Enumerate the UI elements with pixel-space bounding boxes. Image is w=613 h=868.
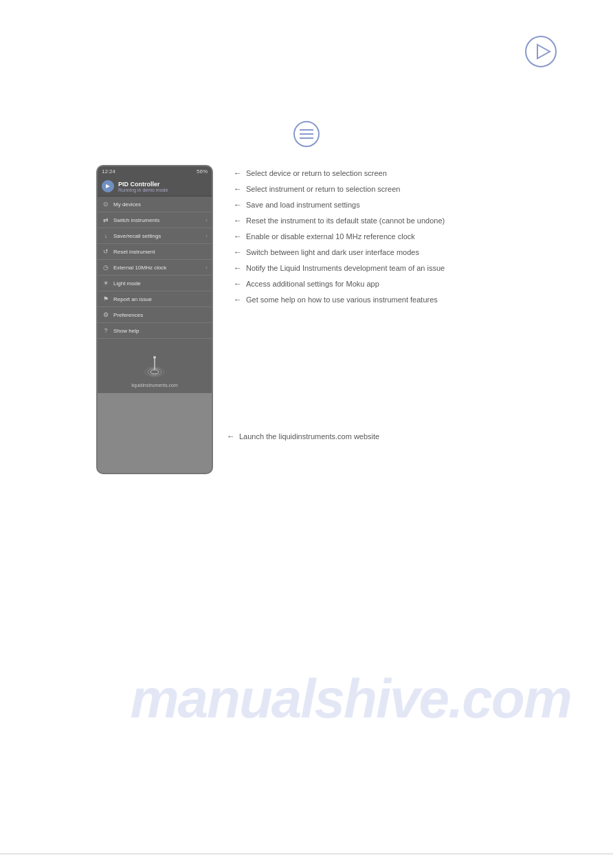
annotations-list: ← Select device or return to selection s… (234, 165, 445, 307)
svg-point-7 (151, 370, 159, 374)
menu-item-label-2: Save/recall settings (113, 233, 161, 239)
switch-icon: ⇄ (102, 216, 110, 224)
arrow-icon-1: ← (234, 184, 242, 194)
phone-menu-list: ⊙ My devices ⇄ Switch instruments › ↓ Sa… (98, 197, 212, 339)
phone-menu-item-light-icon[interactable]: ☀ Light mode (98, 276, 212, 291)
annotation-row-7: ← Access additional settings for Moku ap… (234, 276, 445, 291)
phone-menu-item-reset-icon[interactable]: ↺ Reset instrument (98, 244, 212, 260)
annotation-text-0: Select device or return to selection scr… (246, 169, 387, 177)
annotation-text-6: Notify the Liquid Instruments developmen… (246, 264, 445, 272)
annotation-row-8: ← Get some help on how to use various in… (234, 291, 445, 307)
arrow-icon-2: ← (234, 200, 242, 210)
menu-item-left-3: ↺ Reset instrument (102, 247, 155, 256)
arrow-icon-0: ← (234, 168, 242, 178)
arrow-icon-4: ← (234, 232, 242, 241)
phone-footer: liquidinstruments.com (98, 339, 212, 393)
menu-item-chevron-4: › (205, 265, 208, 271)
menu-item-left-1: ⇄ Switch instruments (102, 216, 159, 224)
menu-item-left-7: ⚙ Preferences (102, 311, 143, 319)
clock-icon: ◷ (102, 263, 110, 271)
liquidinstruments-logo (141, 353, 168, 380)
menu-item-chevron-2: › (205, 233, 208, 239)
annotation-text-8: Get some help on how to use various inst… (246, 296, 438, 304)
menu-item-left-5: ☀ Light mode (102, 279, 141, 287)
person-icon: ⊙ (102, 200, 110, 208)
arrow-icon-3: ← (234, 216, 242, 225)
light-icon: ☀ (102, 279, 110, 287)
phone-menu-item-help-icon[interactable]: ? Show help (98, 323, 212, 339)
pid-app-icon (102, 180, 114, 192)
menu-item-left-6: ⚑ Report an issue (102, 295, 152, 303)
menu-item-label-4: External 10MHz clock (113, 265, 166, 271)
arrow-icon-5: ← (234, 247, 242, 257)
menu-item-left-0: ⊙ My devices (102, 200, 141, 208)
svg-marker-1 (537, 45, 550, 58)
phone-status-bar: 12:24 56% (98, 166, 212, 177)
phone-app-title: PID Controller (118, 181, 168, 188)
annotation-text-4: Enable or disable external 10 MHz refere… (246, 232, 415, 241)
menu-item-left-8: ? Show help (102, 326, 139, 335)
annotation-row-3: ← Reset the instrument to its default st… (234, 212, 445, 228)
watermark: manualshive.com (130, 667, 570, 731)
reset-icon: ↺ (102, 247, 110, 256)
svg-point-0 (526, 36, 556, 67)
annotation-text-5: Switch between light and dark user inter… (246, 248, 419, 256)
svg-marker-6 (106, 184, 110, 188)
phone-app-subtitle: Running in demo mode (118, 188, 168, 192)
hamburger-menu-icon (293, 120, 320, 148)
phone-menu-item-switch-icon[interactable]: ⇄ Switch instruments › (98, 212, 212, 228)
footer-annotation-text: Launch the liquidinstruments.com website (239, 432, 379, 441)
menu-item-left-2: ↓ Save/recall settings (102, 232, 161, 240)
main-content: 12:24 56% PID Controller Running in demo… (96, 165, 445, 474)
play-button-icon[interactable] (524, 34, 558, 69)
annotation-text-1: Select instrument or return to selection… (246, 185, 400, 193)
annotation-row-4: ← Enable or disable external 10 MHz refe… (234, 228, 445, 244)
help-icon: ? (102, 326, 110, 335)
annotation-row-0: ← Select device or return to selection s… (234, 165, 445, 181)
bottom-divider (0, 854, 613, 854)
annotation-text-2: Save and load instrument settings (246, 201, 360, 209)
annotation-text-7: Access additional settings for Moku app (246, 280, 379, 288)
phone-menu-item-save-icon[interactable]: ↓ Save/recall settings › (98, 228, 212, 244)
menu-item-label-5: Light mode (113, 280, 141, 287)
svg-point-11 (153, 356, 156, 359)
phone-footer-url: liquidinstruments.com (131, 383, 178, 388)
menu-item-label-3: Reset instrument (113, 249, 155, 255)
arrow-icon-6: ← (234, 263, 242, 273)
flag-icon: ⚑ (102, 295, 110, 303)
menu-item-label-6: Report an issue (113, 296, 152, 302)
annotation-row-5: ← Switch between light and dark user int… (234, 244, 445, 260)
menu-item-label-0: My devices (113, 201, 141, 208)
save-icon: ↓ (102, 232, 110, 240)
menu-item-chevron-1: › (205, 217, 208, 223)
menu-item-label-1: Switch instruments (113, 217, 159, 223)
phone-header-text: PID Controller Running in demo mode (118, 181, 168, 192)
annotation-row-2: ← Save and load instrument settings (234, 197, 445, 212)
phone-menu-item-person-icon[interactable]: ⊙ My devices (98, 197, 212, 212)
annotation-row-1: ← Select instrument or return to selecti… (234, 181, 445, 197)
gear-icon: ⚙ (102, 311, 110, 319)
phone-battery: 56% (197, 168, 208, 175)
phone-header: PID Controller Running in demo mode (98, 177, 212, 197)
phone-menu-item-clock-icon[interactable]: ◷ External 10MHz clock › (98, 260, 212, 276)
annotation-text-3: Reset the instrument to its default stat… (246, 216, 445, 225)
phone-menu-item-gear-icon[interactable]: ⚙ Preferences (98, 307, 212, 323)
phone-menu-item-flag-icon[interactable]: ⚑ Report an issue (98, 291, 212, 307)
footer-annotation-row: ← Launch the liquidinstruments.com websi… (227, 432, 379, 441)
annotation-row-6: ← Notify the Liquid Instruments developm… (234, 260, 445, 276)
arrow-icon-7: ← (234, 279, 242, 289)
menu-item-label-8: Show help (113, 328, 139, 334)
phone-mockup: 12:24 56% PID Controller Running in demo… (96, 165, 213, 474)
menu-item-label-7: Preferences (113, 312, 143, 318)
footer-arrow-icon: ← (227, 432, 235, 441)
arrow-icon-8: ← (234, 295, 242, 304)
menu-item-left-4: ◷ External 10MHz clock (102, 263, 166, 271)
phone-time: 12:24 (102, 168, 115, 175)
